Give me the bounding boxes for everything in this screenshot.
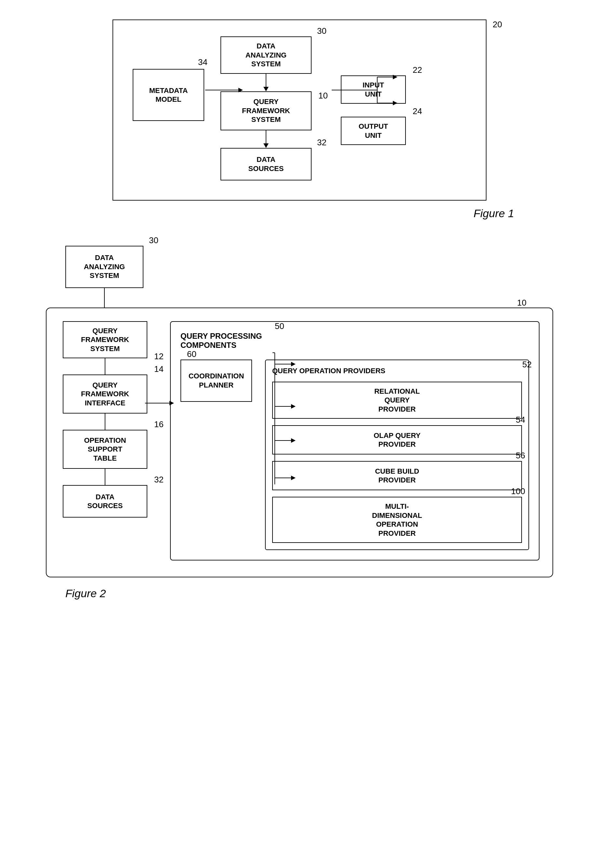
fig1-input-wrapper: INPUT UNIT 22	[341, 75, 406, 104]
fig2-ost-box: OPERATION SUPPORT TABLE	[63, 430, 147, 469]
fig2-ref30: 30	[149, 235, 158, 245]
fig2-vline3	[105, 469, 105, 485]
fig2-das-vline	[104, 288, 105, 308]
fig2-ref100: 100	[511, 487, 525, 496]
fig1-metadata-label: METADATA MODEL	[149, 86, 188, 104]
fig2-das-label: DATA ANALYZING SYSTEM	[84, 253, 125, 280]
fig1-ref24: 24	[413, 106, 422, 116]
fig1-ref32: 32	[317, 138, 327, 147]
fig1-io-col: INPUT UNIT 22 OUTPUT UNIT 24	[341, 75, 406, 145]
fig2-providers-outer: QUERY OPERATION PROVIDERS 52 RELATIONAL …	[265, 360, 529, 550]
fig1-metadata-wrapper: METADATA MODEL 34	[133, 69, 204, 121]
fig2-ref54: 54	[516, 415, 525, 425]
fig1-output-label: OUTPUT UNIT	[359, 122, 388, 140]
fig2-ost-label: OPERATION SUPPORT TABLE	[84, 436, 126, 463]
fig2-coord-wrapper: 60 COORDINATION PLANNER	[181, 360, 252, 402]
fig1-ds-label: DATA SOURCES	[248, 155, 284, 173]
fig1-center-col: DATA ANALYZING SYSTEM 30 QUERY FRAMEWORK	[220, 36, 312, 180]
fig1-system-boundary: 20 METADATA MODEL 34 DATA ANALYZI	[113, 20, 486, 201]
fig2-qpc-title: QUERY PROCESSING COMPONENTS	[181, 332, 529, 350]
fig1-qfs-box: QUERY FRAMEWORK SYSTEM	[220, 92, 312, 131]
fig1-qfs-wrapper: QUERY FRAMEWORK SYSTEM 10	[220, 92, 312, 131]
fig2-qpc-box: QUERY PROCESSING COMPONENTS 50 60 COORDI…	[170, 321, 539, 561]
fig1-das-label: DATA ANALYZING SYSTEM	[245, 42, 286, 69]
fig2-ref50: 50	[275, 321, 284, 331]
fig2-ref60: 60	[187, 349, 196, 359]
fig2-figure-label: Figure 2	[65, 587, 560, 600]
fig2-ost-wrapper: OPERATION SUPPORT TABLE 16	[63, 430, 147, 469]
fig1-ds-box: DATA SOURCES	[220, 148, 312, 180]
fig1-ref20: 20	[493, 20, 502, 30]
fig2-cubebuild-box: CUBE BUILD PROVIDER	[272, 461, 522, 490]
fig2-qfs-label-box: QUERY FRAMEWORK SYSTEM	[63, 321, 147, 359]
figure1-section: 20 METADATA MODEL 34 DATA ANALYZI	[39, 20, 560, 220]
fig2-relational-label: RELATIONAL QUERY PROVIDER	[374, 387, 420, 414]
fig2-qfs-outer: 10 QUERY FRAMEWORK SYSTEM 12	[46, 308, 553, 578]
fig1-das-box: DATA ANALYZING SYSTEM	[220, 36, 312, 74]
fig2-ref16: 16	[154, 419, 164, 429]
fig2-olap-label: OLAP QUERY PROVIDER	[374, 431, 420, 449]
fig2-ref12: 12	[154, 351, 164, 362]
fig2-multidim-label: MULTI- DIMENSIONAL OPERATION PROVIDER	[372, 502, 422, 538]
fig1-metadata-box: METADATA MODEL	[133, 69, 204, 121]
figure2-section: DATA ANALYZING SYSTEM 30 10 QUERY FRAMEW…	[39, 246, 560, 600]
fig2-ref10: 10	[517, 298, 527, 308]
fig2-cubebuild-wrapper: 56 CUBE BUILD PROVIDER	[272, 461, 522, 490]
fig2-das-box: DATA ANALYZING SYSTEM	[65, 246, 143, 288]
fig1-arrow2-tip	[263, 143, 269, 148]
page: 20 METADATA MODEL 34 DATA ANALYZI	[26, 20, 573, 600]
fig2-vline1	[105, 358, 105, 374]
fig1-ref10: 10	[318, 91, 328, 101]
fig2-relational-box: RELATIONAL QUERY PROVIDER	[272, 381, 522, 419]
fig2-ref56: 56	[516, 451, 525, 461]
fig1-ref34: 34	[198, 57, 208, 67]
fig2-ds-wrapper: DATA SOURCES 32	[63, 485, 147, 518]
fig2-qfi-box: QUERY FRAMEWORK INTERFACE	[63, 374, 147, 413]
fig1-das-wrapper: DATA ANALYZING SYSTEM 30	[220, 36, 312, 74]
fig2-providers-title: QUERY OPERATION PROVIDERS	[272, 367, 522, 375]
fig1-qfs-label: QUERY FRAMEWORK SYSTEM	[242, 97, 290, 124]
fig1-figure-label: Figure 1	[39, 207, 514, 220]
fig2-olap-wrapper: 54 OLAP QUERY PROVIDER	[272, 425, 522, 455]
fig1-vline2	[266, 131, 266, 143]
fig2-coord-label: COORDINATION PLANNER	[189, 372, 244, 389]
fig1-ds-wrapper: DATA SOURCES 32	[220, 148, 312, 180]
fig1-arrow1-tip	[263, 87, 269, 92]
fig2-ref32: 32	[154, 475, 164, 485]
fig1-input-box: INPUT UNIT	[341, 75, 406, 104]
fig2-inner-row: QUERY FRAMEWORK SYSTEM 12 QUERY FRAMEWOR…	[60, 321, 539, 561]
fig2-qfs-label: QUERY FRAMEWORK SYSTEM	[81, 326, 129, 353]
fig2-das-wrapper: DATA ANALYZING SYSTEM 30	[65, 246, 143, 288]
fig2-ref14: 14	[154, 364, 164, 374]
fig2-vline2	[105, 413, 105, 430]
fig2-left-col: QUERY FRAMEWORK SYSTEM 12 QUERY FRAMEWOR…	[60, 321, 151, 518]
fig2-ref52: 52	[522, 360, 532, 369]
fig1-arrow1	[263, 74, 269, 92]
fig2-qfi-label: QUERY FRAMEWORK INTERFACE	[81, 381, 129, 408]
fig2-qpc-inner: 60 COORDINATION PLANNER QUERY OPERATION …	[181, 360, 529, 550]
fig2-qfi-wrapper: QUERY FRAMEWORK INTERFACE 14	[63, 374, 147, 413]
fig2-coord-box: COORDINATION PLANNER	[181, 360, 252, 402]
fig1-main-row: METADATA MODEL 34 DATA ANALYZING SYSTEM …	[133, 36, 466, 180]
fig2-qfs-label-wrapper: QUERY FRAMEWORK SYSTEM 12	[63, 321, 147, 359]
fig1-ref22: 22	[413, 65, 422, 75]
fig1-arrow2	[263, 131, 269, 148]
fig2-multidim-box: MULTI- DIMENSIONAL OPERATION PROVIDER	[272, 497, 522, 543]
fig1-ref30: 30	[317, 26, 327, 36]
fig2-multidim-wrapper: 100 MULTI- DIMENSIONAL OPERATION PROVIDE…	[272, 497, 522, 543]
fig2-cubebuild-label: CUBE BUILD PROVIDER	[375, 467, 419, 485]
fig1-output-box: OUTPUT UNIT	[341, 117, 406, 145]
fig1-input-label: INPUT UNIT	[363, 81, 384, 99]
fig2-olap-box: OLAP QUERY PROVIDER	[272, 425, 522, 455]
fig1-vline1	[266, 74, 266, 87]
fig2-ds-label: DATA SOURCES	[87, 493, 123, 511]
fig1-output-wrapper: OUTPUT UNIT 24	[341, 117, 406, 145]
fig2-ds-box: DATA SOURCES	[63, 485, 147, 518]
fig2-relational-wrapper: RELATIONAL QUERY PROVIDER	[272, 381, 522, 419]
